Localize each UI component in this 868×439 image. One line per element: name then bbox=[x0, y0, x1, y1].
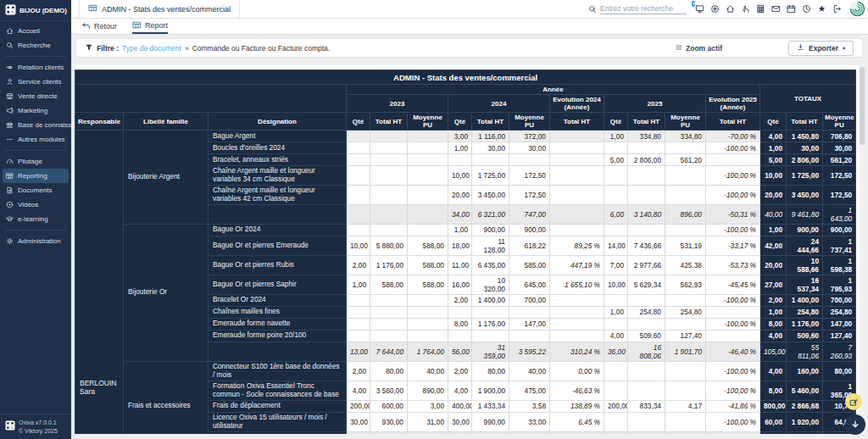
sidebar-item-base-de-connaissance[interactable]: Base de connaissance bbox=[0, 118, 71, 132]
value-cell: -45,45 % bbox=[706, 275, 760, 294]
value-cell: -100,00 % bbox=[706, 318, 760, 330]
zoom-actif-toggle[interactable]: Zoom actif bbox=[676, 44, 722, 53]
gear-icon bbox=[6, 237, 14, 245]
cap-icon bbox=[6, 215, 14, 223]
topbar-icon-home[interactable] bbox=[726, 4, 735, 14]
value-cell: 31 359,00 bbox=[472, 342, 509, 361]
value-cell: 400,00 bbox=[448, 400, 472, 412]
designation-cell bbox=[209, 342, 347, 361]
value-cell bbox=[604, 142, 628, 154]
designation-cell: Frais de déplacement bbox=[209, 400, 347, 412]
value-cell: 8,00 bbox=[760, 318, 787, 330]
export-button[interactable]: Exporter ▾ bbox=[788, 41, 854, 56]
value-cell: 1 450,80 bbox=[787, 131, 823, 142]
sidebar-item-label: Accueil bbox=[18, 27, 40, 35]
value-cell: 3 595,22 bbox=[509, 342, 550, 361]
column-header: Qté bbox=[347, 113, 370, 131]
topbar-icon-messages[interactable] bbox=[771, 4, 781, 14]
oxiva-swirl-logo bbox=[849, 1, 865, 17]
topbar-icon-favorites[interactable] bbox=[817, 4, 826, 14]
oxiva-logo-icon bbox=[5, 420, 15, 431]
value-cell: 6,45 % bbox=[550, 412, 604, 431]
value-cell: 30,00 bbox=[823, 142, 856, 154]
sidebar-item-recherche[interactable]: Recherche bbox=[0, 38, 71, 53]
sidebar-item-autres-modules[interactable]: Autres modules bbox=[0, 132, 71, 147]
value-cell: 30,00 bbox=[472, 142, 509, 154]
value-cell: -100,00 % bbox=[706, 381, 760, 400]
value-cell bbox=[509, 154, 550, 166]
value-cell bbox=[665, 381, 706, 400]
scrollbar-thumb[interactable] bbox=[860, 67, 865, 145]
value-cell bbox=[604, 166, 628, 186]
topbar-icon-logout[interactable] bbox=[832, 4, 842, 14]
topbar-icon-calculator[interactable] bbox=[756, 4, 765, 14]
sidebar-item-reporting[interactable]: Reporting bbox=[3, 169, 69, 183]
sidebar-item-accueil[interactable]: Accueil bbox=[0, 24, 71, 38]
value-cell: 5 170,00 bbox=[370, 431, 408, 434]
value-cell bbox=[408, 131, 448, 142]
search-input[interactable] bbox=[600, 3, 687, 14]
value-cell: 1,00 bbox=[604, 131, 628, 142]
value-cell: 172,50 bbox=[823, 185, 856, 204]
value-cell: 16 808,06 bbox=[628, 342, 665, 361]
back-button[interactable]: Retour bbox=[81, 19, 117, 34]
topbar-icon-gesture[interactable] bbox=[741, 4, 750, 14]
app-logo bbox=[849, 1, 865, 17]
value-cell bbox=[628, 224, 665, 236]
sidebar-item-videos[interactable]: Vidéos bbox=[0, 197, 71, 212]
value-cell: -100,00 % bbox=[706, 412, 760, 431]
column-header: Moyenne PU bbox=[823, 113, 856, 131]
value-cell: 11,00 bbox=[448, 255, 472, 275]
table-row: BERLOUIN SaraBijouterie ArgentBague Arge… bbox=[75, 131, 856, 142]
value-cell: 1,00 bbox=[448, 142, 472, 154]
sidebar-item-relation-clients[interactable]: Relation clients bbox=[0, 60, 71, 75]
famille-cell: Frais et accessoires bbox=[124, 361, 209, 434]
value-cell bbox=[370, 142, 408, 154]
scroll-down-fab-button[interactable] bbox=[845, 414, 865, 435]
vertical-scrollbar bbox=[860, 65, 865, 434]
value-cell: 2,00 bbox=[347, 361, 370, 381]
value-cell: -46,63 % bbox=[550, 381, 604, 400]
tab-admin-stats[interactable]: ADMIN - Stats des ventes/commercial bbox=[79, 0, 240, 18]
designation-cell: Boucles d'oreilles 2024 bbox=[209, 142, 347, 154]
sidebar-item-pilotage[interactable]: Pilotage bbox=[0, 154, 71, 169]
value-cell bbox=[604, 361, 628, 381]
sidebar-item-service-clients[interactable]: Service clients bbox=[0, 75, 71, 89]
value-cell bbox=[604, 412, 628, 431]
sidebar-item-e-learning[interactable]: e-learning bbox=[0, 212, 71, 226]
edit-fab-button[interactable] bbox=[845, 393, 862, 410]
value-cell: 4,00 bbox=[347, 381, 370, 400]
year-group-header: Evolution 2025 (Année) bbox=[706, 95, 760, 113]
sidebar-divider bbox=[5, 150, 66, 151]
logout-icon bbox=[832, 4, 842, 14]
value-cell: 1 900,00 bbox=[472, 381, 509, 400]
brand-logo-icon bbox=[5, 4, 16, 17]
value-cell: -41,86 % bbox=[706, 400, 760, 412]
tab-report[interactable]: Report bbox=[132, 19, 168, 34]
zoom-grid-icon bbox=[676, 44, 682, 51]
value-cell: 1 764,00 bbox=[408, 342, 448, 361]
brand[interactable]: BIJOU (DEMO) bbox=[0, 0, 71, 21]
value-cell: 930,00 bbox=[370, 412, 408, 431]
sidebar-item-marketing[interactable]: Marketing bbox=[0, 103, 71, 118]
value-cell: 27,00 bbox=[760, 275, 787, 294]
back-arrow-icon bbox=[81, 21, 91, 32]
brand-logo-icon bbox=[5, 4, 16, 15]
year-group-header: 2024 bbox=[448, 95, 550, 113]
app-copyright: © Viktory 2025 bbox=[19, 427, 58, 435]
value-cell: 30,00 bbox=[509, 142, 550, 154]
filter-field-link[interactable]: Type de document bbox=[122, 44, 181, 53]
sidebar-item-label: Marketing bbox=[18, 107, 47, 114]
sidebar-item-administration[interactable]: Administration bbox=[0, 234, 71, 248]
topbar-icon-presentation[interactable]: ••• bbox=[695, 4, 704, 14]
topbar-icon-add[interactable] bbox=[710, 4, 720, 14]
topbar-icon-history[interactable] bbox=[802, 4, 811, 14]
sidebar-item-vente-directe[interactable]: Vente directe bbox=[0, 89, 71, 103]
value-cell: 10 588,66 bbox=[787, 255, 823, 275]
sidebar-item-documents[interactable]: Documents bbox=[0, 183, 71, 197]
topbar-icon-calendar[interactable] bbox=[787, 4, 796, 14]
designation-cell: Bague Argent bbox=[209, 131, 347, 142]
column-header: Total HT bbox=[550, 113, 604, 131]
value-cell bbox=[370, 294, 408, 306]
value-cell: 56,00 bbox=[448, 342, 472, 361]
